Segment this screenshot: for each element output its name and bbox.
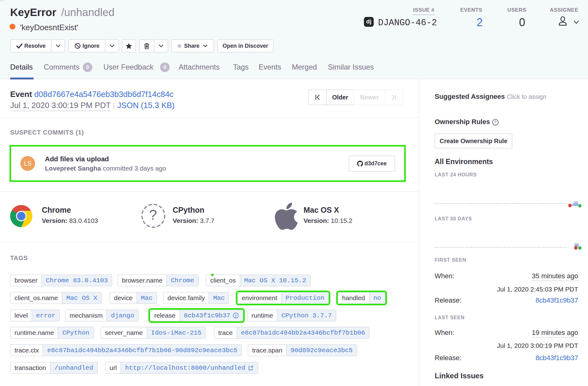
svg-text:?: ?	[494, 120, 497, 124]
svg-text:?: ?	[149, 207, 157, 223]
